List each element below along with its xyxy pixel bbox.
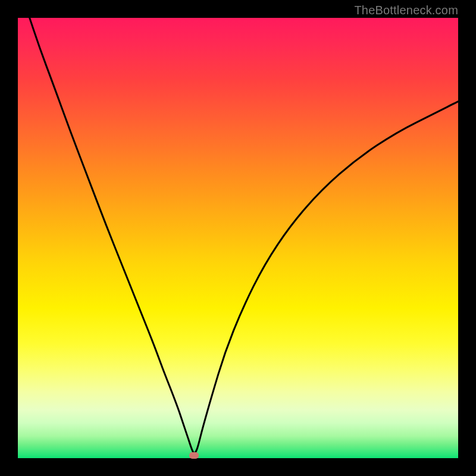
minimum-marker [189,452,199,459]
watermark-text: TheBottleneck.com [354,4,458,17]
bottleneck-curve [18,18,458,458]
chart-frame: TheBottleneck.com [0,0,476,476]
curve-path [18,0,458,453]
plot-area [18,18,458,458]
